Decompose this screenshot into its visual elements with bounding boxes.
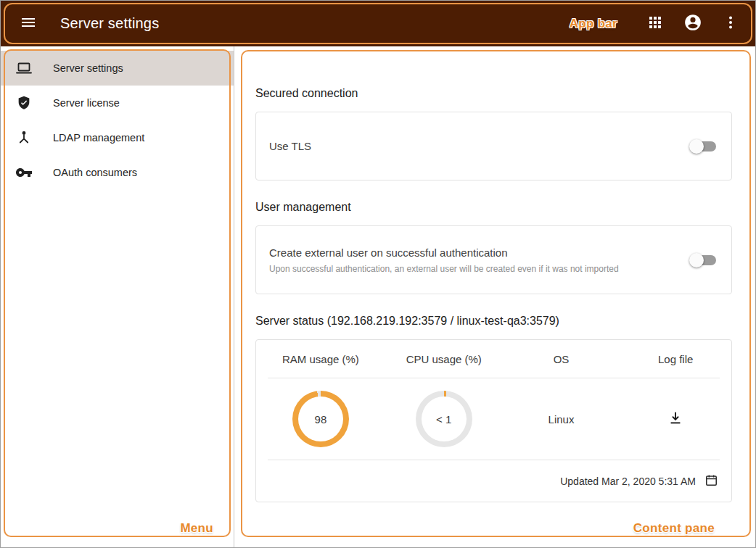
os-value: Linux — [548, 413, 575, 425]
apps-grid-button[interactable] — [642, 11, 668, 37]
use-tls-card: Use TLS — [255, 112, 732, 180]
ram-usage-value: 98 — [315, 413, 327, 425]
cpu-usage-value: < 1 — [436, 413, 451, 425]
column-header-cpu: CPU usage (%) — [385, 353, 503, 365]
create-external-user-toggle[interactable] — [689, 253, 717, 267]
menu-annotation: Menu — [180, 521, 213, 536]
secured-connection-section: Secured connection Use TLS — [255, 87, 732, 180]
status-table-header: RAM usage (%) CPU usage (%) OS Log file — [256, 340, 731, 378]
kebab-menu-button[interactable] — [718, 11, 744, 37]
download-icon — [667, 410, 683, 428]
section-heading-server-status: Server status (192.168.219.192:3579 / li… — [255, 315, 732, 328]
section-heading-user-management: User management — [255, 201, 732, 214]
hamburger-menu-icon — [20, 14, 37, 33]
app-bar-annotation: App bar — [570, 17, 617, 31]
refresh-status-button[interactable] — [704, 473, 718, 489]
laptop-icon — [15, 59, 33, 77]
app-bar: Server settings App bar — [1, 1, 755, 46]
sidebar-item-ldap-management[interactable]: LDAP management — [1, 120, 234, 155]
column-header-logfile: Log file — [620, 353, 731, 365]
create-external-user-card: Create external user on successful authe… — [255, 225, 732, 294]
use-tls-toggle[interactable] — [689, 139, 717, 154]
server-status-section: Server status (192.168.219.192:3579 / li… — [255, 315, 732, 502]
menu-list: Server settings Server license LDAP mana… — [1, 46, 234, 190]
ldap-icon — [15, 129, 33, 146]
account-button[interactable] — [680, 11, 706, 37]
status-table-footer: Updated Mar 2, 2020 5:31 AM — [256, 460, 731, 502]
app-bar-actions — [642, 11, 744, 37]
page-title: Server settings — [60, 15, 159, 32]
download-log-button[interactable] — [667, 410, 683, 428]
account-icon — [683, 13, 702, 34]
sidebar-item-label: Server settings — [53, 62, 123, 74]
sidebar-item-server-settings[interactable]: Server settings — [1, 51, 234, 86]
sidebar-item-label: OAuth consumers — [53, 167, 137, 178]
create-external-user-label: Create external user on successful authe… — [269, 246, 619, 259]
ram-usage-gauge: 98 — [292, 391, 349, 447]
use-tls-label: Use TLS — [269, 140, 311, 152]
shield-icon — [15, 94, 33, 112]
column-header-ram: RAM usage (%) — [256, 353, 385, 365]
toggle-thumb — [689, 253, 704, 267]
key-icon — [15, 164, 33, 181]
create-external-user-caption: Upon successful authentication, an exter… — [269, 264, 619, 274]
sidebar-item-label: LDAP management — [53, 132, 144, 144]
sidebar-item-server-license[interactable]: Server license — [1, 86, 234, 120]
status-table-body: 98 < 1 Linux — [256, 378, 731, 460]
column-header-os: OS — [503, 353, 620, 365]
kebab-menu-icon — [722, 14, 739, 33]
sidebar-menu: Server settings Server license LDAP mana… — [1, 46, 234, 547]
calendar-icon — [704, 473, 718, 489]
hamburger-menu-button[interactable] — [15, 11, 41, 37]
apps-grid-icon — [648, 15, 662, 32]
sidebar-item-oauth-consumers[interactable]: OAuth consumers — [1, 155, 234, 190]
server-status-card: RAM usage (%) CPU usage (%) OS Log file … — [255, 339, 732, 502]
toggle-thumb — [689, 139, 704, 154]
sidebar-item-label: Server license — [53, 97, 120, 109]
updated-timestamp: Updated Mar 2, 2020 5:31 AM — [560, 476, 696, 487]
app-window: Server settings App bar — [0, 0, 756, 548]
content-pane: Secured connection Use TLS User manageme… — [234, 46, 755, 547]
content-pane-annotation: Content pane — [633, 521, 715, 536]
user-management-section: User management Create external user on … — [255, 201, 732, 294]
section-heading-secured-connection: Secured connection — [255, 87, 732, 100]
cpu-usage-gauge: < 1 — [416, 391, 472, 447]
